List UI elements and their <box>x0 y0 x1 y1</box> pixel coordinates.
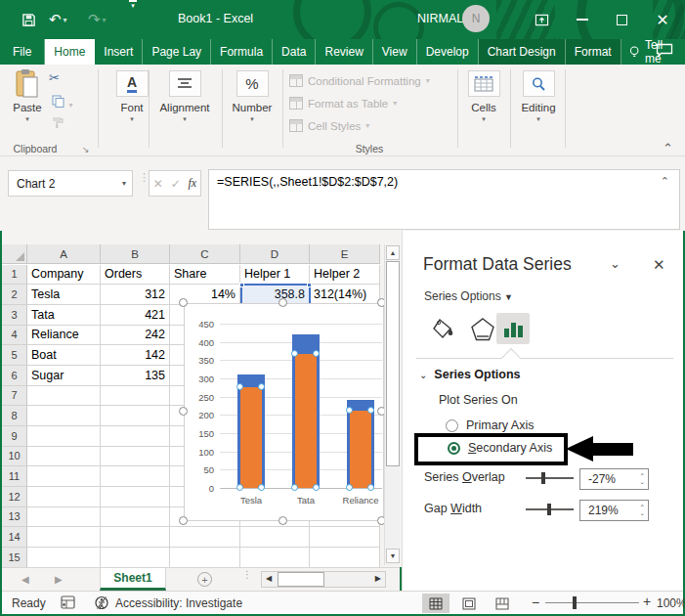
zoom-level[interactable]: 100% <box>657 596 685 610</box>
cell-A7[interactable] <box>27 386 101 407</box>
zoom-out-button[interactable]: − <box>532 594 539 610</box>
cell-A10[interactable] <box>27 447 101 467</box>
series-overlap-slider[interactable] <box>526 477 574 479</box>
range-handle[interactable] <box>239 283 244 287</box>
cell-A6[interactable]: Sugar <box>27 366 101 386</box>
spinner-arrows[interactable]: ⌃⌄ <box>640 469 645 489</box>
cell-B8[interactable] <box>101 406 170 426</box>
cell-C1[interactable]: Share <box>170 265 240 286</box>
cut-button[interactable]: ✂ <box>49 70 60 85</box>
row-header-4[interactable]: 4 <box>2 326 27 346</box>
series-overlap-input[interactable]: -27% ⌃⌄ <box>579 468 649 490</box>
tab-home[interactable]: Home <box>45 39 95 65</box>
tab-page-lay[interactable]: Page Lay <box>143 39 211 65</box>
row-header-10[interactable]: 10 <box>2 447 27 467</box>
cell-B15[interactable] <box>101 548 170 568</box>
cell-C14[interactable] <box>170 527 240 548</box>
scroll-left-arrow[interactable]: ◀ <box>266 574 272 583</box>
insert-function-icon[interactable]: fx <box>188 176 196 191</box>
row-header-7[interactable]: 7 <box>2 386 27 407</box>
primary-axis-radio[interactable]: Primary Axis <box>446 418 534 432</box>
chart-frame-handle[interactable] <box>179 516 188 525</box>
pane-close-button[interactable]: ✕ <box>653 256 665 274</box>
cell-A12[interactable] <box>27 487 101 507</box>
accessibility-checker-button[interactable] <box>94 595 110 613</box>
zoom-in-button[interactable]: + <box>643 594 651 609</box>
cell-E15[interactable] <box>310 548 380 568</box>
chart-frame-handle[interactable] <box>278 516 287 525</box>
close-button[interactable]: ✕ <box>649 8 676 31</box>
cell-A3[interactable]: Tata <box>27 305 101 326</box>
slider-thumb[interactable] <box>547 504 551 515</box>
sheet-tab-sheet1[interactable]: Sheet1 <box>100 568 166 591</box>
chart-bar-helper-1-tesla[interactable] <box>240 387 262 488</box>
column-header-A[interactable]: A <box>27 244 101 264</box>
pane-collapse-button[interactable]: ⌄ <box>610 256 621 271</box>
cell-E2[interactable]: 312(14%) <box>310 285 380 305</box>
cell-A8[interactable] <box>27 406 101 426</box>
undo-button[interactable]: ↶▾ <box>49 0 67 39</box>
page-layout-view-button[interactable] <box>455 594 483 613</box>
row-header-8[interactable]: 8 <box>2 406 27 426</box>
tab-file[interactable]: File <box>0 39 45 65</box>
horizontal-scrollbar[interactable]: ◀ ▶ <box>261 571 386 588</box>
cell-B13[interactable] <box>101 507 170 528</box>
chart-bar-helper-1-tata[interactable] <box>295 354 317 488</box>
cell-A2[interactable]: Tesla <box>27 285 101 305</box>
row-header-14[interactable]: 14 <box>2 527 27 548</box>
number-group-button[interactable]: % Number ▾ <box>226 70 278 123</box>
cell-A13[interactable] <box>27 507 101 528</box>
name-box[interactable]: Chart 2 ▾ <box>8 170 133 197</box>
formula-input[interactable]: =SERIES(,,Sheet1!$D$2:$D$7,2) ⌃ <box>208 169 680 230</box>
maximize-button[interactable] <box>608 8 635 31</box>
tab-view[interactable]: View <box>373 39 417 65</box>
row-header-5[interactable]: 5 <box>2 345 27 366</box>
add-sheet-button[interactable]: + <box>197 572 212 587</box>
cell-D15[interactable] <box>240 548 310 568</box>
next-sheet-arrow[interactable]: ▶ <box>55 574 63 585</box>
row-header-3[interactable]: 3 <box>2 305 27 326</box>
cell-E14[interactable] <box>310 527 380 548</box>
chart-bar-helper-1-reliance[interactable] <box>350 411 371 488</box>
cell-B2[interactable]: 312 <box>101 285 170 305</box>
tell-me[interactable]: Tell me <box>621 39 685 65</box>
select-all-corner[interactable] <box>2 244 27 264</box>
accessibility-status[interactable]: Accessibility: Investigate <box>115 596 242 610</box>
tab-review[interactable]: Review <box>316 39 372 65</box>
cell-B7[interactable] <box>101 386 170 407</box>
redo-button[interactable]: ↷▾ <box>88 0 107 39</box>
row-header-11[interactable]: 11 <box>2 466 27 487</box>
tab-format[interactable]: Format <box>566 39 621 65</box>
effects-tab[interactable] <box>469 317 496 345</box>
row-header-2[interactable]: 2 <box>2 285 27 305</box>
macro-record-button[interactable] <box>61 595 75 612</box>
column-header-E[interactable]: E <box>310 244 380 264</box>
cell-B4[interactable]: 242 <box>101 326 170 346</box>
collapse-formula-bar-icon[interactable]: ⌃ <box>661 175 669 188</box>
enter-check-icon[interactable]: ✓ <box>171 177 181 191</box>
cell-A9[interactable] <box>27 426 101 447</box>
tab-formula[interactable]: Formula <box>211 39 273 65</box>
conditional-formatting-button[interactable]: Conditional Formatting ▾ <box>289 74 430 87</box>
vertical-scrollbar[interactable]: ▲ ▼ <box>384 244 400 565</box>
page-break-preview-button[interactable] <box>489 594 516 613</box>
row-header-1[interactable]: 1 <box>2 265 27 286</box>
range-handle[interactable] <box>307 283 312 287</box>
cell-D14[interactable] <box>240 527 310 548</box>
tab-insert[interactable]: Insert <box>95 39 143 65</box>
clipboard-dialog-launcher[interactable]: ↘ <box>82 145 90 154</box>
cell-C15[interactable] <box>170 548 240 568</box>
horizontal-scroll-thumb[interactable] <box>278 572 324 587</box>
zoom-slider[interactable] <box>545 602 639 603</box>
cell-A4[interactable]: Reliance <box>27 326 101 346</box>
cell-B12[interactable] <box>101 487 170 507</box>
row-header-15[interactable]: 15 <box>2 548 27 568</box>
row-header-13[interactable]: 13 <box>2 507 27 528</box>
column-header-C[interactable]: C <box>170 244 240 264</box>
format-painter-button[interactable] <box>51 115 64 133</box>
copy-button[interactable]: ▾ <box>52 94 72 111</box>
editing-group-button[interactable]: Editing ▾ <box>512 70 565 123</box>
prev-sheet-arrow[interactable]: ◀ <box>21 574 29 585</box>
slider-thumb[interactable] <box>541 472 545 484</box>
ribbon-display-options-button[interactable] <box>528 8 555 31</box>
